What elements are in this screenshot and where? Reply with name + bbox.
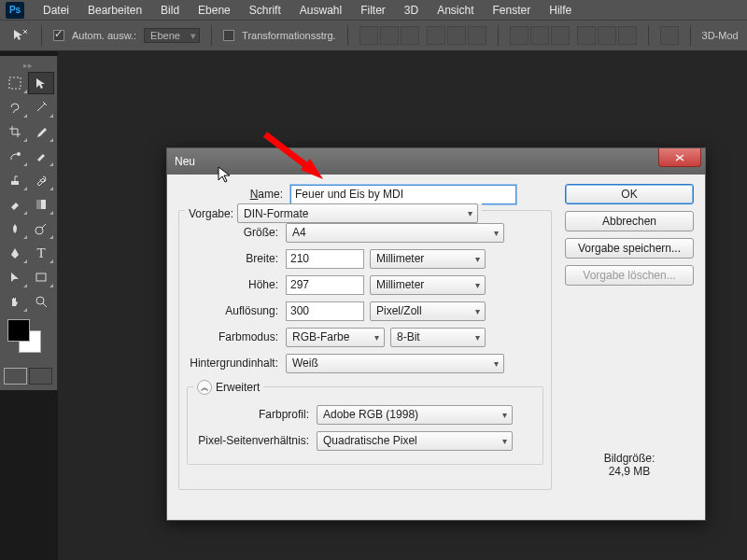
dialog-titlebar[interactable]: Neu xyxy=(167,148,705,175)
eyedropper-tool-icon[interactable] xyxy=(28,120,54,143)
dist-vmid-icon[interactable] xyxy=(530,26,549,45)
shape-tool-icon[interactable] xyxy=(28,266,54,288)
menu-edit[interactable]: Bearbeiten xyxy=(78,2,151,19)
height-unit-dropdown[interactable]: Millimeter xyxy=(370,275,486,295)
pen-tool-icon[interactable] xyxy=(2,242,28,264)
width-input[interactable]: 210 xyxy=(286,249,364,269)
hand-tool-icon[interactable] xyxy=(2,290,28,313)
dist-right-icon[interactable] xyxy=(618,26,637,45)
healing-brush-tool-icon[interactable] xyxy=(2,145,28,167)
resolution-input[interactable]: 300 xyxy=(286,301,364,321)
bgcontent-dropdown[interactable]: Weiß xyxy=(286,354,504,373)
menu-image[interactable]: Bild xyxy=(151,2,189,19)
options-bar: Autom. ausw.: Ebene Transformationsstrg.… xyxy=(0,20,747,51)
ok-button[interactable]: OK xyxy=(565,184,694,204)
align-right-icon[interactable] xyxy=(468,26,486,45)
dodge-tool-icon[interactable] xyxy=(28,217,54,240)
crop-tool-icon[interactable] xyxy=(2,120,28,143)
blur-tool-icon[interactable] xyxy=(2,217,28,240)
height-input[interactable]: 297 xyxy=(286,275,364,295)
align-left-icon[interactable] xyxy=(427,26,445,45)
close-icon xyxy=(675,154,684,161)
brush-tool-icon[interactable] xyxy=(28,145,54,167)
mode3d-label: 3D-Mod xyxy=(702,30,739,41)
dist-top-icon[interactable] xyxy=(510,26,529,45)
history-brush-tool-icon[interactable] xyxy=(28,169,54,191)
delete-preset-button: Vorgabe löschen... xyxy=(565,265,694,286)
transform-controls-checkbox[interactable] xyxy=(223,30,234,41)
dialog-title: Neu xyxy=(175,155,195,168)
pixelaspect-dropdown[interactable]: Quadratische Pixel xyxy=(317,431,513,451)
dialog-close-button[interactable] xyxy=(658,148,701,167)
toolbox: ▸▸ T xyxy=(0,56,58,390)
width-unit-dropdown[interactable]: Millimeter xyxy=(370,249,486,269)
eraser-tool-icon[interactable] xyxy=(2,193,28,216)
app-logo: Ps xyxy=(6,2,24,19)
move-tool-icon[interactable] xyxy=(28,72,54,94)
colormode-label: Farbmodus: xyxy=(187,330,286,343)
menu-3d[interactable]: 3D xyxy=(395,2,428,19)
colordepth-dropdown[interactable]: 8-Bit xyxy=(390,328,486,347)
svg-rect-4 xyxy=(36,200,41,209)
colorprofile-dropdown[interactable]: Adobe RGB (1998) xyxy=(317,405,513,425)
name-input[interactable]: Feuer und Eis by MDI xyxy=(290,185,516,204)
dialog-right-column: OK Abbrechen Vorgabe speichern... Vorgab… xyxy=(565,184,694,478)
auto-align-icon[interactable] xyxy=(660,26,679,45)
width-label: Breite: xyxy=(187,252,286,265)
lasso-tool-icon[interactable] xyxy=(2,96,28,119)
name-label: Name: xyxy=(178,188,290,201)
clone-stamp-tool-icon[interactable] xyxy=(2,169,28,191)
colorprofile-label: Farbprofil: xyxy=(195,408,317,421)
standard-mode-icon[interactable] xyxy=(4,368,27,385)
auto-select-mode-dropdown[interactable]: Ebene xyxy=(144,28,200,43)
dist-left-icon[interactable] xyxy=(577,26,596,45)
zoom-tool-icon[interactable] xyxy=(28,290,54,313)
menu-file[interactable]: Datei xyxy=(34,2,78,19)
align-hmid-icon[interactable] xyxy=(447,26,466,45)
align-top-icon[interactable] xyxy=(359,26,378,45)
path-select-tool-icon[interactable] xyxy=(2,266,28,288)
menu-view[interactable]: Ansicht xyxy=(428,2,483,19)
align-bottom-icon[interactable] xyxy=(401,26,419,45)
magic-wand-tool-icon[interactable] xyxy=(28,96,54,119)
quickmask-mode-icon[interactable] xyxy=(29,368,52,385)
transform-controls-label: Transformationsstrg. xyxy=(242,30,335,41)
dist-hmid-icon[interactable] xyxy=(598,26,616,45)
colormode-dropdown[interactable]: RGB-Farbe xyxy=(286,328,385,347)
dialog-form: Name: Feuer und Eis by MDI Vorgabe: DIN-… xyxy=(178,184,552,490)
pixelaspect-label: Pixel-Seitenverhältnis: xyxy=(195,434,317,447)
svg-point-1 xyxy=(17,152,21,156)
quickmask-row xyxy=(2,366,54,386)
menu-help[interactable]: Hilfe xyxy=(540,2,581,19)
dist-bottom-icon[interactable] xyxy=(551,26,570,45)
image-size-value: 24,9 MB xyxy=(565,465,694,478)
save-preset-button[interactable]: Vorgabe speichern... xyxy=(565,238,694,259)
size-dropdown[interactable]: A4 xyxy=(286,223,504,243)
menu-layer[interactable]: Ebene xyxy=(189,2,240,19)
menu-filter[interactable]: Filter xyxy=(351,2,395,19)
app-menubar: Ps Datei Bearbeiten Bild Ebene Schrift A… xyxy=(0,0,747,20)
preset-dropdown[interactable]: DIN-Formate xyxy=(237,203,478,223)
gradient-tool-icon[interactable] xyxy=(28,193,54,216)
type-tool-icon[interactable]: T xyxy=(28,242,54,264)
move-tool-indicator-icon xyxy=(9,25,30,46)
tab-handle-icon[interactable]: ▸▸ xyxy=(2,61,54,70)
resolution-unit-dropdown[interactable]: Pixel/Zoll xyxy=(370,301,486,321)
image-size-label: Bildgröße: xyxy=(565,452,694,465)
align-group-2 xyxy=(427,26,486,45)
advanced-toggle-icon[interactable]: ︽ xyxy=(197,380,212,395)
svg-rect-2 xyxy=(11,181,19,185)
distribute-group-2 xyxy=(577,26,637,45)
align-vmid-icon[interactable] xyxy=(380,26,399,45)
menu-window[interactable]: Fenster xyxy=(484,2,541,19)
cancel-button[interactable]: Abbrechen xyxy=(565,211,694,231)
auto-select-label: Autom. ausw.: xyxy=(72,30,136,41)
auto-select-checkbox[interactable] xyxy=(53,30,64,41)
color-swatches[interactable] xyxy=(4,319,53,360)
resolution-label: Auflösung: xyxy=(187,304,286,317)
foreground-swatch[interactable] xyxy=(7,319,30,342)
advanced-label: Erweitert xyxy=(216,381,260,394)
menu-type[interactable]: Schrift xyxy=(240,2,290,19)
menu-select[interactable]: Auswahl xyxy=(290,2,351,19)
marquee-tool-icon[interactable] xyxy=(2,72,28,94)
